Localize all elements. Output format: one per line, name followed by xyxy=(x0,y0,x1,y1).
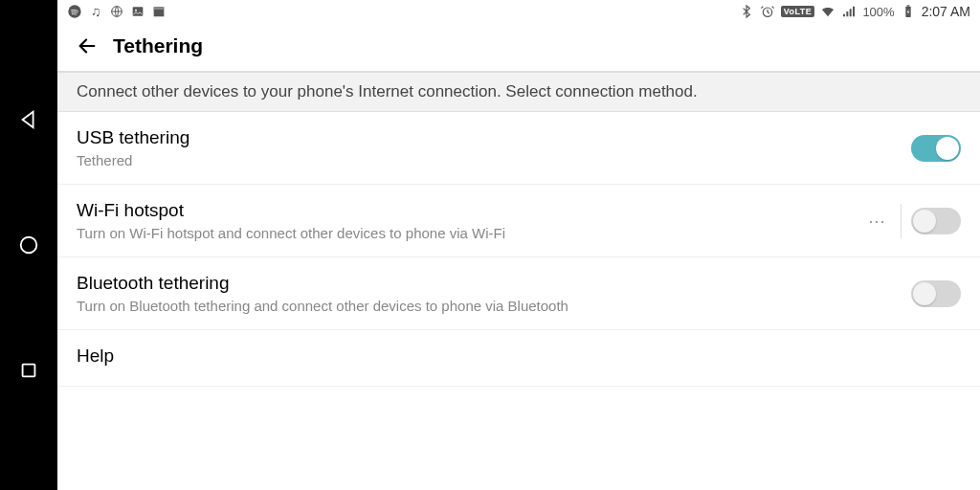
divider xyxy=(901,204,902,238)
setting-title: Help xyxy=(77,345,961,367)
svg-point-0 xyxy=(21,237,37,254)
clock-time: 2:07 AM xyxy=(922,4,970,19)
svg-rect-1 xyxy=(23,364,35,376)
svg-point-2 xyxy=(68,5,80,17)
toggle-usb-tethering[interactable] xyxy=(911,135,961,162)
setting-desc: Turn on Wi-Fi hotspot and connect other … xyxy=(77,225,853,241)
svg-rect-10 xyxy=(906,5,909,6)
toggle-bluetooth-tethering[interactable] xyxy=(911,280,961,307)
svg-point-5 xyxy=(135,10,137,11)
status-bar-left: ♫ xyxy=(67,4,167,19)
back-nav-icon[interactable] xyxy=(18,109,39,130)
status-bar: ♫ VoLTE 100% xyxy=(57,0,980,23)
calendar-icon xyxy=(151,4,167,19)
app-bar: Tethering xyxy=(57,23,980,73)
page-title: Tethering xyxy=(113,34,203,57)
setting-title: USB tethering xyxy=(77,127,902,148)
setting-bluetooth-tethering[interactable]: Bluetooth tethering Turn on Bluetooth te… xyxy=(57,257,980,330)
bluetooth-icon xyxy=(739,4,754,19)
status-bar-right: VoLTE 100% 2:07 AM xyxy=(739,4,970,19)
back-arrow-icon[interactable] xyxy=(77,35,98,56)
music-note-icon: ♫ xyxy=(88,4,103,19)
signal-icon xyxy=(841,4,857,19)
screen-content: ♫ VoLTE 100% xyxy=(57,0,980,490)
android-nav-bar xyxy=(0,0,57,490)
page-subtitle: Connect other devices to your phone's In… xyxy=(57,73,980,112)
overflow-menu-icon[interactable]: ⋯ xyxy=(862,211,891,232)
home-nav-icon[interactable] xyxy=(18,234,39,256)
setting-desc: Turn on Bluetooth tethering and connect … xyxy=(77,298,902,314)
battery-icon xyxy=(901,4,916,19)
toggle-wifi-hotspot[interactable] xyxy=(911,208,961,234)
setting-wifi-hotspot[interactable]: Wi-Fi hotspot Turn on Wi-Fi hotspot and … xyxy=(57,185,980,257)
wifi-icon xyxy=(820,4,835,19)
alarm-icon xyxy=(760,4,775,19)
setting-help[interactable]: Help xyxy=(57,330,980,387)
battery-percent: 100% xyxy=(862,5,894,19)
globe-icon xyxy=(109,4,124,19)
volte-badge: VoLTE xyxy=(781,6,815,17)
image-icon xyxy=(130,4,145,19)
setting-desc: Tethered xyxy=(77,152,902,168)
setting-usb-tethering[interactable]: USB tethering Tethered xyxy=(57,112,980,185)
spotify-icon xyxy=(67,4,82,19)
setting-title: Wi-Fi hotspot xyxy=(77,200,853,221)
settings-list: USB tethering Tethered Wi-Fi hotspot Tur… xyxy=(57,112,980,490)
svg-rect-7 xyxy=(154,7,165,10)
recent-apps-nav-icon[interactable] xyxy=(18,360,39,381)
setting-title: Bluetooth tethering xyxy=(77,273,902,294)
